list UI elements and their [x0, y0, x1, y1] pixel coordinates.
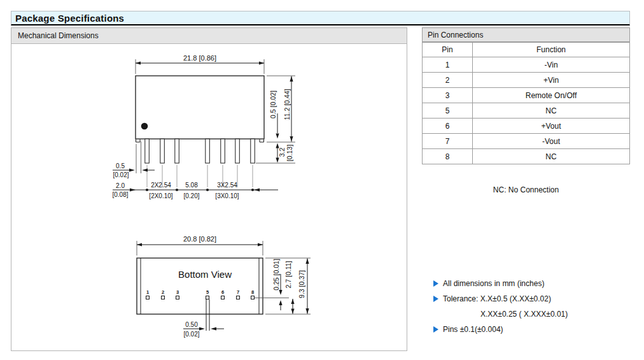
table-row: 7 -Vout: [423, 134, 630, 149]
bottom-view-drawing: 20.8 [0.82] Bottom View 1 2 3 5 6 7 8: [137, 235, 311, 338]
table-row: 5 NC: [423, 103, 630, 119]
table-row: 2 +Vin: [423, 73, 630, 88]
function-cell: NC: [473, 149, 630, 164]
dim-pitch1-mm-label: 2X2.54: [151, 182, 171, 189]
dim-depth-label: 9.3 [0.37]: [298, 270, 305, 298]
function-cell: -Vout: [473, 134, 630, 149]
notes-list: All dimensions in mm (inches) Tolerance:…: [433, 276, 568, 337]
dim-left2-in-label: [0.08]: [112, 191, 128, 198]
package-specifications-page: { "page_title": "Package Specifications"…: [0, 0, 644, 360]
table-row: 3 Remote On/Off: [423, 88, 630, 103]
note-dimensions: All dimensions in mm (inches): [433, 276, 568, 291]
note-text: All dimensions in mm (inches): [443, 279, 544, 288]
pin-cell: 1: [423, 57, 473, 73]
function-cell: Remote On/Off: [473, 88, 630, 103]
pin-cell: 6: [423, 119, 473, 134]
bottom-view-label: Bottom View: [178, 269, 232, 280]
bullet-triangle-icon: [433, 326, 438, 333]
pin-number-3: 3: [176, 289, 179, 295]
dim-pinw-in-label: [0.02]: [183, 331, 199, 338]
pin-number-8: 8: [251, 289, 254, 295]
top-view-pins: [145, 139, 255, 163]
dim-left1-mm-label: 0.5: [116, 162, 125, 169]
dim-pitch1-in-label: [2X0.10]: [149, 192, 172, 199]
page-title: Package Specifications: [11, 13, 124, 24]
dim-pin-length-in-label: [0.13]: [286, 145, 293, 161]
dim-standoff-label: 0.5 [0.02]: [269, 90, 277, 119]
dim-left1-in-label: [0.02]: [113, 171, 129, 178]
package-body-outline: [136, 76, 264, 139]
function-column-header: Function: [473, 43, 630, 57]
mechanical-dimensions-label: Mechanical Dimensions: [11, 31, 99, 40]
dim-pad-label: 0.25 [0.01]: [272, 259, 280, 291]
dim-body-width-label: 21.8 [0.86]: [183, 54, 216, 62]
mechanical-dimensions-header: Mechanical Dimensions: [11, 28, 407, 44]
function-cell: +Vout: [473, 119, 630, 134]
dim-height-label: 11.2 [0.44]: [283, 89, 291, 120]
pin-cell: 7: [423, 134, 473, 149]
pin-connections-label: Pin Connections: [423, 31, 483, 40]
pin-column-header: Pin: [423, 43, 473, 57]
bottom-view-body-outline: [137, 258, 263, 314]
note-tolerance: Tolerance: X.X±0.5 (X.XX±0.02): [433, 291, 568, 306]
table-row: 1 -Vin: [423, 57, 630, 73]
bullet-triangle-icon: [433, 296, 438, 302]
dim-pitch3-in-label: [3X0.10]: [215, 192, 239, 199]
mechanical-drawing: 21.8 [0.86] 0.5 [0.02] 11.2 [0: [11, 44, 407, 350]
pin-number-1: 1: [146, 289, 149, 295]
dim-pin-length-mm-label: 3.2: [278, 148, 286, 157]
pin-number-6: 6: [221, 289, 224, 295]
pin-connections-header: Pin Connections: [422, 27, 630, 42]
pin-number-7: 7: [237, 289, 239, 295]
pin-number-2: 2: [162, 289, 164, 295]
note-text: Pins ±0.1(±0.004): [443, 325, 503, 334]
table-row: 6 +Vout: [423, 119, 630, 134]
note-text: Tolerance: X.X±0.5 (X.XX±0.02): [443, 294, 551, 303]
dim-pitch2-in-label: [0.20]: [183, 192, 199, 199]
note-pins-tolerance: Pins ±0.1(±0.004): [433, 322, 568, 337]
pin-number-5: 5: [206, 289, 209, 295]
page-title-bar: Package Specifications: [11, 11, 630, 25]
dim-pitch2-mm-label: 5.08: [185, 182, 198, 189]
pin-cell: 5: [423, 103, 473, 119]
dim-pitch3-mm-label: 3X2.54: [217, 182, 237, 189]
function-cell: -Vin: [473, 57, 630, 73]
pin-table-header-row: Pin Function: [423, 43, 630, 57]
pin-cell: 8: [423, 149, 473, 164]
dim-bv-width-label: 20.8 [0.82]: [183, 235, 216, 243]
dim-pinw-mm-label: 0.50: [185, 321, 198, 328]
pin-connections-panel: Pin Connections Pin Function 1 -Vin 2 +V…: [422, 27, 630, 164]
pin-cell: 2: [423, 73, 473, 88]
nc-note: NC: No Connection: [422, 185, 630, 194]
pin1-marker-dot: [141, 123, 148, 130]
pin-cell: 3: [423, 88, 473, 103]
function-cell: +Vin: [473, 73, 630, 88]
bullet-triangle-icon: [433, 280, 438, 287]
note-text: X.XX±0.25 ( X.XXX±0.01): [480, 310, 568, 319]
table-row: 8 NC: [423, 149, 630, 164]
dim-edge-label: 2.7 [0.11]: [284, 261, 292, 288]
dim-left2-mm-label: 2.0: [116, 182, 125, 189]
note-tolerance-continued: X.XX±0.25 ( X.XXX±0.01): [433, 306, 568, 322]
function-cell: NC: [473, 103, 630, 119]
top-view-drawing: 21.8 [0.86] 0.5 [0.02] 11.2 [0: [112, 54, 295, 199]
pin-connections-table: Pin Function 1 -Vin 2 +Vin 3 Remote On/O…: [422, 42, 630, 164]
